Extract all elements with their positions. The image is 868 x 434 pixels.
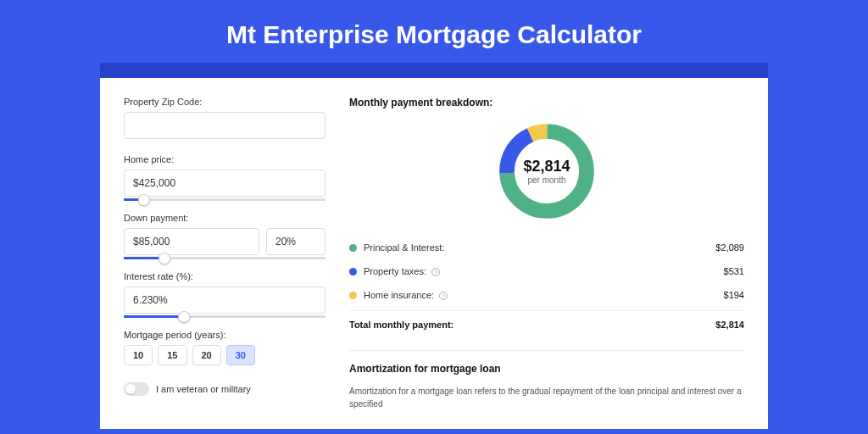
info-icon[interactable]: ?: [439, 292, 448, 300]
home-price-input[interactable]: [124, 170, 326, 197]
breakdown-total-row: Total monthly payment: $2,814: [349, 310, 744, 338]
zip-label: Property Zip Code:: [124, 97, 326, 107]
period-buttons: 10 15 20 30: [124, 345, 326, 365]
down-payment-group: Down payment:: [124, 213, 326, 259]
zip-group: Property Zip Code:: [124, 97, 326, 139]
amortization-section: Amortization for mortgage loan Amortizat…: [349, 350, 744, 410]
breakdown-label: Principal & Interest:: [364, 242, 715, 253]
down-payment-slider[interactable]: [124, 257, 326, 259]
breakdown-heading: Monthly payment breakdown:: [349, 97, 744, 108]
veteran-toggle-row: I am veteran or military: [124, 382, 326, 396]
donut-center: $2,814 per month: [523, 158, 570, 185]
breakdown-row-principal: Principal & Interest: $2,089: [349, 236, 744, 259]
slider-thumb[interactable]: [159, 253, 170, 264]
breakdown-label: Property taxes: ?: [364, 266, 724, 276]
breakdown-row-insurance: Home insurance: ? $194: [349, 283, 744, 307]
slider-thumb[interactable]: [138, 194, 150, 206]
donut-sublabel: per month: [523, 175, 570, 185]
amortization-heading: Amortization for mortgage loan: [349, 363, 744, 375]
period-group: Mortgage period (years): 10 15 20 30: [124, 330, 326, 365]
interest-rate-slider[interactable]: [124, 315, 326, 318]
toggle-knob: [125, 384, 136, 394]
donut-chart: $2,814 per month: [349, 119, 744, 224]
down-payment-label: Down payment:: [124, 213, 326, 223]
breakdown-column: Monthly payment breakdown: $2,814 per mo…: [349, 97, 744, 410]
header-accent-bar: [100, 63, 768, 78]
interest-rate-group: Interest rate (%):: [124, 271, 326, 318]
period-option-15[interactable]: 15: [158, 345, 186, 365]
legend-dot-insurance: [349, 292, 357, 299]
interest-rate-input[interactable]: [124, 287, 326, 314]
veteran-toggle[interactable]: [124, 382, 149, 396]
period-option-10[interactable]: 10: [124, 345, 153, 365]
breakdown-label-text: Property taxes:: [364, 266, 426, 276]
form-column: Property Zip Code: Home price: Down paym…: [124, 97, 326, 410]
interest-rate-label: Interest rate (%):: [124, 271, 326, 281]
amortization-text: Amortization for a mortgage loan refers …: [349, 385, 744, 410]
home-price-label: Home price:: [124, 154, 326, 164]
zip-input[interactable]: [124, 112, 326, 139]
breakdown-row-taxes: Property taxes: ? $531: [349, 259, 744, 283]
down-payment-percent-input[interactable]: [266, 228, 326, 255]
donut-total: $2,814: [523, 158, 570, 175]
period-option-30[interactable]: 30: [226, 345, 255, 365]
veteran-label: I am veteran or military: [156, 384, 251, 394]
home-price-slider[interactable]: [124, 198, 326, 201]
breakdown-label-text: Home insurance:: [364, 290, 434, 300]
down-payment-amount-input[interactable]: [124, 228, 259, 255]
breakdown-value: $531: [724, 266, 744, 276]
page-title: Mt Enterprise Mortgage Calculator: [0, 0, 868, 63]
home-price-group: Home price:: [124, 154, 326, 201]
breakdown-label: Home insurance: ?: [364, 290, 724, 300]
breakdown-value: $194: [724, 290, 744, 300]
total-label: Total monthly payment:: [349, 320, 715, 330]
total-value: $2,814: [715, 320, 744, 330]
period-option-20[interactable]: 20: [192, 345, 221, 365]
period-label: Mortgage period (years):: [124, 330, 326, 340]
legend-dot-principal: [349, 244, 357, 252]
calculator-card: Property Zip Code: Home price: Down paym…: [100, 78, 768, 429]
breakdown-value: $2,089: [715, 242, 744, 253]
info-icon[interactable]: ?: [431, 268, 440, 276]
slider-thumb[interactable]: [178, 311, 190, 323]
legend-dot-taxes: [349, 268, 357, 275]
